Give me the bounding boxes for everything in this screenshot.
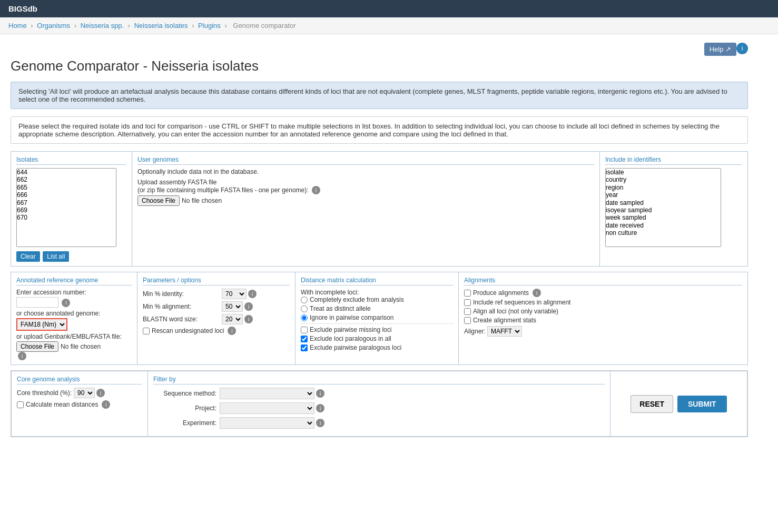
user-genomes-file-input[interactable] bbox=[137, 195, 257, 206]
filter-panel: Filter by Sequence method: i Project: i … bbox=[148, 371, 610, 437]
min-alignment-info-icon[interactable]: i bbox=[244, 302, 253, 311]
user-genomes-title: User genomes bbox=[137, 156, 594, 165]
user-genomes-info-icon[interactable]: i bbox=[312, 186, 320, 194]
help-bar: Help ↗ i bbox=[11, 43, 748, 56]
breadcrumb-organisms[interactable]: Organisms bbox=[37, 22, 70, 29]
topbar: BIGSdb bbox=[0, 0, 778, 17]
app-title: BIGSdb bbox=[8, 4, 37, 13]
identifiers-title: Include in identifiers bbox=[605, 156, 742, 165]
isolates-title: Isolates bbox=[16, 156, 126, 165]
breadcrumb-neisseria-spp[interactable]: Neisseria spp. bbox=[81, 22, 124, 29]
accession-input[interactable] bbox=[16, 297, 58, 308]
alignments-panel: Alignments Produce alignments i Include … bbox=[459, 272, 747, 364]
accession-info-icon[interactable]: i bbox=[62, 299, 70, 307]
reset-button[interactable]: RESET bbox=[631, 395, 673, 413]
distance-title: Distance matrix calculation bbox=[301, 277, 453, 285]
isolates-panel: Isolates 644 662 665 666 667 669 670 Cle… bbox=[11, 152, 132, 266]
min-identity-select[interactable]: 70 80 90 100 bbox=[222, 289, 247, 299]
experiment-info-icon[interactable]: i bbox=[316, 419, 324, 427]
rescan-checkbox[interactable] bbox=[143, 328, 150, 334]
clear-button[interactable]: Clear bbox=[16, 251, 40, 262]
info-icon-help[interactable]: i bbox=[736, 43, 748, 54]
option-distinct-radio[interactable] bbox=[301, 306, 308, 312]
breadcrumb-neisseria-isolates[interactable]: Neisseria isolates bbox=[134, 22, 188, 29]
info-box: Please select the required isolate ids a… bbox=[11, 116, 748, 144]
core-genome-panel: Core genome analysis Core threshold (%):… bbox=[11, 371, 148, 437]
blastn-word-select[interactable]: 20 11 7 bbox=[222, 314, 243, 324]
produce-alignments-info-icon[interactable]: i bbox=[533, 289, 541, 297]
params-title: Parameters / options bbox=[143, 277, 290, 285]
breadcrumb-current: Genome comparator bbox=[233, 22, 296, 29]
action-panel: RESET SUBMIT bbox=[610, 371, 747, 437]
sequence-method-info-icon[interactable]: i bbox=[316, 389, 324, 398]
main-content: Help ↗ i Genome Comparator - Neisseria i… bbox=[0, 34, 759, 451]
min-alignment-select[interactable]: 50 60 70 80 bbox=[222, 301, 243, 312]
min-identity-info-icon[interactable]: i bbox=[248, 290, 257, 298]
project-select[interactable] bbox=[220, 402, 314, 414]
aligner-select[interactable]: MAFFT bbox=[487, 326, 522, 337]
breadcrumb-home[interactable]: Home bbox=[8, 22, 27, 29]
list-all-button[interactable]: List all bbox=[43, 251, 69, 262]
top-panels: Isolates 644 662 665 666 667 669 670 Cle… bbox=[11, 151, 748, 267]
core-genome-title: Core genome analysis bbox=[17, 376, 142, 385]
ref-genome-panel: Annotated reference genome Enter accessi… bbox=[11, 272, 137, 364]
help-button[interactable]: Help ↗ bbox=[704, 43, 736, 56]
breadcrumb-plugins[interactable]: Plugins bbox=[198, 22, 221, 29]
warning-box: Selecting 'All loci' will produce an art… bbox=[11, 82, 748, 109]
identifiers-list[interactable]: isolate country region year date sampled… bbox=[605, 168, 721, 247]
exclude-paralogous-pairwise-checkbox[interactable] bbox=[301, 344, 308, 351]
ref-genome-title: Annotated reference genome bbox=[16, 277, 132, 285]
option-ignore-radio[interactable] bbox=[301, 314, 308, 321]
user-genomes-panel: User genomes Optionally include data not… bbox=[132, 152, 600, 266]
mean-distances-checkbox[interactable] bbox=[17, 401, 24, 408]
exclude-pairwise-missing-checkbox[interactable] bbox=[301, 327, 308, 333]
submit-button[interactable]: SUBMIT bbox=[677, 396, 727, 412]
produce-alignments-checkbox[interactable] bbox=[464, 290, 471, 297]
genome-select[interactable]: FAM18 (Nm) bbox=[16, 318, 67, 331]
ref-genome-file-input[interactable] bbox=[16, 341, 136, 352]
filter-title: Filter by bbox=[153, 376, 605, 385]
ref-genome-file-info-icon[interactable]: i bbox=[18, 352, 26, 360]
exclude-paralogous-all-checkbox[interactable] bbox=[301, 336, 308, 342]
experiment-select[interactable] bbox=[220, 417, 314, 429]
breadcrumb: Home › Organisms › Neisseria spp. › Neis… bbox=[0, 17, 778, 34]
sequence-method-select[interactable] bbox=[220, 388, 314, 399]
identifiers-panel: Include in identifiers isolate country r… bbox=[600, 152, 747, 266]
blastn-word-info-icon[interactable]: i bbox=[244, 315, 253, 323]
distance-panel: Distance matrix calculation With incompl… bbox=[296, 272, 459, 364]
params-panel: Parameters / options Min % identity: 70 … bbox=[137, 272, 296, 364]
alignments-title: Alignments bbox=[464, 277, 742, 285]
option-exclude-radio[interactable] bbox=[301, 297, 308, 303]
bottom-panels: Core genome analysis Core threshold (%):… bbox=[11, 370, 748, 437]
second-panels: Annotated reference genome Enter accessi… bbox=[11, 272, 748, 365]
align-all-checkbox[interactable] bbox=[464, 308, 471, 315]
threshold-info-icon[interactable]: i bbox=[96, 389, 105, 397]
threshold-select[interactable]: 90 80 70 60 50 bbox=[74, 388, 95, 398]
mean-distances-info-icon[interactable]: i bbox=[102, 400, 110, 409]
include-ref-checkbox[interactable] bbox=[464, 299, 471, 306]
project-info-icon[interactable]: i bbox=[316, 404, 324, 412]
rescan-info-icon[interactable]: i bbox=[228, 327, 236, 335]
external-link-icon: ↗ bbox=[725, 45, 731, 53]
create-stats-checkbox[interactable] bbox=[464, 317, 471, 324]
page-title: Genome Comparator - Neisseria isolates bbox=[11, 58, 748, 74]
isolates-list[interactable]: 644 662 665 666 667 669 670 bbox=[16, 168, 116, 247]
